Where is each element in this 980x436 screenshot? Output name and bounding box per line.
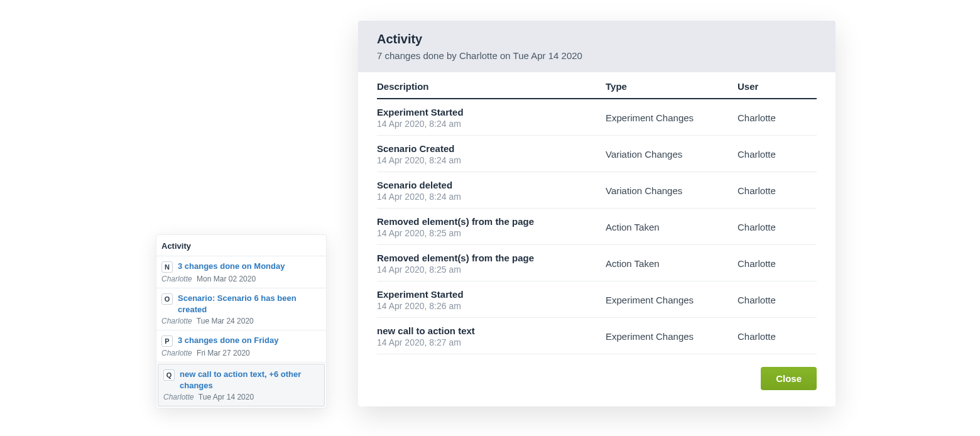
row-description-time: 14 Apr 2020, 8:25 am (377, 264, 606, 275)
row-description-title: Removed element(s) from the page (377, 253, 606, 263)
activity-item[interactable]: O Scenario: Scenario 6 has been created … (156, 288, 326, 330)
table-row: Removed element(s) from the page 14 Apr … (377, 245, 817, 281)
activity-item-user: Charlotte (163, 393, 194, 401)
row-description-title: Experiment Started (377, 289, 606, 300)
row-type: Variation Changes (606, 136, 738, 172)
row-user: Charlotte (738, 245, 817, 281)
table-row: Scenario deleted 14 Apr 2020, 8:24 am Va… (377, 172, 817, 209)
activity-item-title: 3 changes done on Friday (178, 335, 278, 346)
activity-badge-icon: Q (163, 369, 175, 381)
activity-item[interactable]: P 3 changes done on Friday Charlotte Fri… (156, 330, 326, 362)
activity-item-date: Fri Mar 27 2020 (197, 349, 250, 357)
row-type: Variation Changes (606, 172, 738, 209)
row-user: Charlotte (738, 99, 817, 136)
row-user: Charlotte (738, 318, 817, 354)
activity-table: Description Type User Experiment Started… (377, 72, 817, 354)
table-header-user: User (738, 72, 817, 99)
row-description-time: 14 Apr 2020, 8:25 am (377, 228, 606, 238)
activity-item-user: Charlotte (161, 349, 192, 357)
table-row: Experiment Started 14 Apr 2020, 8:24 am … (377, 99, 817, 136)
activity-item-user: Charlotte (161, 317, 192, 325)
row-description-title: Experiment Started (377, 107, 606, 117)
table-row: Scenario Created 14 Apr 2020, 8:24 am Va… (377, 136, 817, 172)
row-description-time: 14 Apr 2020, 8:24 am (377, 192, 606, 202)
row-type: Action Taken (606, 209, 738, 245)
activity-item-title: 3 changes done on Monday (178, 261, 285, 272)
row-description-time: 14 Apr 2020, 8:24 am (377, 119, 606, 129)
row-description-title: Scenario Created (377, 143, 606, 154)
activity-item-date: Mon Mar 02 2020 (197, 275, 256, 283)
table-row: new call to action text 14 Apr 2020, 8:2… (377, 318, 817, 354)
row-type: Action Taken (606, 245, 738, 281)
row-type: Experiment Changes (606, 99, 738, 136)
activity-sidebar-title: Activity (156, 235, 326, 256)
row-description-title: Scenario deleted (377, 180, 606, 190)
activity-item[interactable]: N 3 changes done on Monday Charlotte Mon… (156, 256, 326, 288)
activity-modal-title: Activity (377, 32, 817, 46)
activity-badge-icon: O (161, 293, 173, 305)
row-type: Experiment Changes (606, 318, 738, 354)
row-user: Charlotte (738, 281, 817, 318)
table-header-description: Description (377, 72, 606, 99)
close-button[interactable]: Close (761, 367, 817, 390)
activity-badge-icon: P (161, 335, 173, 347)
table-row: Experiment Started 14 Apr 2020, 8:26 am … (377, 281, 817, 318)
activity-item-date: Tue Mar 24 2020 (197, 317, 254, 325)
row-type: Experiment Changes (606, 281, 738, 318)
activity-modal-header: Activity 7 changes done by Charlotte on … (358, 21, 836, 72)
row-description-title: new call to action text (377, 325, 606, 336)
activity-sidebar-card: Activity N 3 changes done on Monday Char… (156, 234, 327, 408)
table-header-type: Type (606, 72, 738, 99)
activity-item-date: Tue Apr 14 2020 (199, 393, 254, 401)
activity-item-user: Charlotte (161, 275, 192, 283)
row-description-title: Removed element(s) from the page (377, 216, 606, 227)
activity-item[interactable]: Q new call to action text, +6 other chan… (158, 364, 325, 406)
row-description-time: 14 Apr 2020, 8:24 am (377, 155, 606, 165)
activity-item-title: new call to action text, +6 other change… (180, 369, 319, 391)
activity-badge-icon: N (161, 261, 173, 273)
activity-sidebar-list: N 3 changes done on Monday Charlotte Mon… (156, 256, 326, 406)
row-description-time: 14 Apr 2020, 8:26 am (377, 301, 606, 311)
row-user: Charlotte (738, 136, 817, 172)
row-user: Charlotte (738, 209, 817, 245)
activity-modal-body: Description Type User Experiment Started… (358, 72, 836, 354)
activity-modal: Activity 7 changes done by Charlotte on … (358, 21, 836, 406)
activity-modal-subtitle: 7 changes done by Charlotte on Tue Apr 1… (377, 50, 817, 61)
table-row: Removed element(s) from the page 14 Apr … (377, 209, 817, 245)
row-description-time: 14 Apr 2020, 8:27 am (377, 337, 606, 347)
activity-item-title: Scenario: Scenario 6 has been created (178, 293, 321, 315)
row-user: Charlotte (738, 172, 817, 209)
activity-modal-footer: Close (358, 354, 836, 406)
